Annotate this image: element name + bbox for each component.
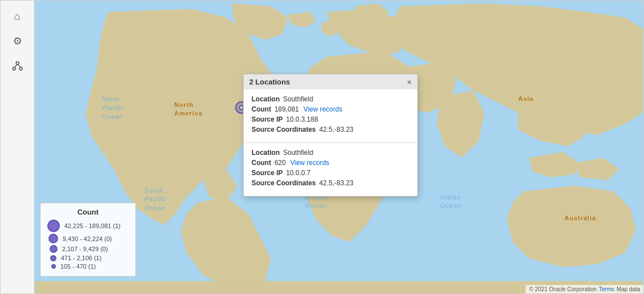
source-ip-value-1: 10.0.3.188 (286, 115, 318, 123)
source-ip-label-2: Source IP (252, 169, 283, 177)
legend-item-4: 471 - 2,106 (1) (47, 255, 129, 261)
location-value-1: Southfield (283, 95, 313, 103)
source-coords-value-2: 42.5,-83.23 (319, 179, 354, 187)
count-label-1: Count (252, 105, 271, 113)
popup-header: 2 Locations × (244, 74, 417, 90)
source-ip-row-1: Source IP 10.0.3.188 (252, 115, 409, 123)
count-row-1: Count 189,081 View records (252, 105, 409, 113)
svg-point-1 (12, 68, 15, 70)
legend-title: Count (47, 208, 129, 216)
legend-range-2: 9,430 - 42,224 (0) (63, 235, 112, 242)
popup-title: 2 Locations (249, 78, 290, 86)
map-footer: © 2021 Oracle Corporation Terms Map data (526, 285, 643, 293)
count-value-1: 189,081 (275, 105, 299, 113)
main-container: ⌂ ⚙ (0, 0, 644, 294)
svg-line-4 (17, 65, 21, 68)
home-icon[interactable]: ⌂ (7, 6, 28, 26)
source-ip-row-2: Source IP 10.0.0.7 (252, 169, 409, 177)
copyright-text: © 2021 Oracle Corporation (529, 286, 597, 292)
location-value-2: Southfield (283, 149, 313, 157)
legend-circle-4 (50, 255, 56, 261)
count-label-2: Count (252, 159, 271, 167)
svg-line-3 (14, 65, 17, 68)
location-row-1: Location Southfield (252, 95, 409, 103)
source-ip-label-1: Source IP (252, 115, 283, 123)
view-records-link-2[interactable]: View records (290, 159, 329, 167)
location-label-2: Location (252, 149, 280, 157)
legend-circle-5 (51, 264, 56, 269)
map-data-text: Map data (616, 286, 640, 292)
popup-close-button[interactable]: × (407, 78, 412, 86)
map-area[interactable]: NorthAmerica Asia Australia NorthPacific… (34, 1, 643, 293)
legend-range-4: 471 - 2,106 (1) (61, 255, 102, 261)
legend-circle-2 (48, 234, 58, 243)
popup-section-1: Location Southfield Count 189,081 View r… (244, 90, 417, 142)
svg-point-0 (16, 62, 19, 65)
terms-link[interactable]: Terms (599, 286, 614, 292)
legend-circle-1 (47, 220, 60, 232)
network-icon[interactable] (7, 56, 28, 76)
count-row-2: Count 620 View records (252, 159, 409, 167)
legend-item-2: 9,430 - 42,224 (0) (47, 234, 129, 243)
legend-circle-3 (50, 245, 58, 253)
popup-section-2: Location Southfield Count 620 View recor… (244, 142, 417, 196)
legend-item-1: 42,225 - 189,081 (1) (47, 220, 129, 232)
source-ip-value-2: 10.0.0.7 (286, 169, 310, 177)
source-coords-value-1: 42.5,-83.23 (319, 126, 354, 133)
source-coords-row-2: Source Coordinates 42.5,-83.23 (252, 179, 409, 187)
source-coords-label-1: Source Coordinates (252, 126, 316, 133)
legend-range-5: 105 - 470 (1) (60, 263, 96, 270)
source-coords-row-1: Source Coordinates 42.5,-83.23 (252, 126, 409, 133)
legend-item-5: 105 - 470 (1) (47, 263, 129, 270)
svg-point-9 (240, 106, 242, 109)
legend: Count 42,225 - 189,081 (1) 9,430 - 42,22… (40, 203, 136, 277)
count-value-2: 620 (275, 159, 286, 167)
location-row-2: Location Southfield (252, 149, 409, 157)
location-label-1: Location (252, 95, 280, 103)
settings-icon[interactable]: ⚙ (7, 31, 28, 51)
sidebar: ⌂ ⚙ (1, 1, 34, 293)
legend-item-3: 2,107 - 9,429 (0) (47, 245, 129, 253)
legend-range-1: 42,225 - 189,081 (1) (64, 222, 121, 229)
svg-point-2 (19, 68, 22, 70)
legend-range-3: 2,107 - 9,429 (0) (62, 246, 108, 252)
view-records-link-1[interactable]: View records (303, 105, 342, 113)
source-coords-label-2: Source Coordinates (252, 179, 316, 187)
location-popup: 2 Locations × Location Southfield Count … (243, 74, 418, 197)
